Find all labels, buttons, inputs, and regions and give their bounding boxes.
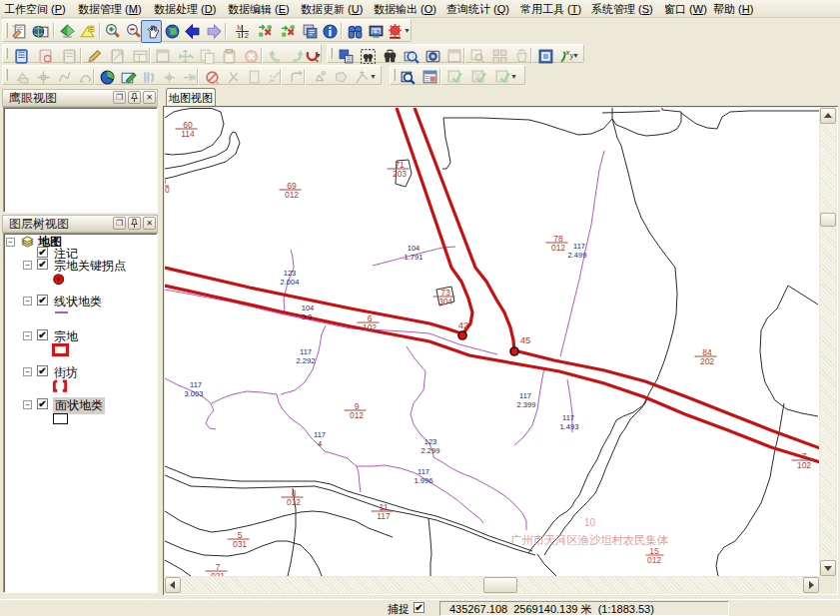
svg-text:42: 42 xyxy=(458,319,469,330)
svg-text:8: 8 xyxy=(292,488,297,498)
svg-text:1.996: 1.996 xyxy=(415,476,433,485)
svg-text:1.791: 1.791 xyxy=(405,253,423,262)
svg-text:78: 78 xyxy=(553,234,563,244)
svg-text:021: 021 xyxy=(211,571,225,576)
svg-text:2.299: 2.299 xyxy=(421,446,440,455)
svg-text:102: 102 xyxy=(797,460,811,470)
svg-text:012: 012 xyxy=(551,243,565,253)
svg-text:10: 10 xyxy=(584,517,596,528)
svg-text:2.399: 2.399 xyxy=(517,400,536,409)
svg-text:123: 123 xyxy=(284,269,297,278)
svg-text:104: 104 xyxy=(408,244,420,253)
svg-text:9: 9 xyxy=(355,401,360,411)
svg-text:4: 4 xyxy=(318,439,322,448)
svg-text:117: 117 xyxy=(300,347,312,356)
svg-text:7: 7 xyxy=(802,451,807,461)
svg-text:73: 73 xyxy=(440,288,450,298)
svg-text:2.499: 2.499 xyxy=(568,251,587,260)
svg-text:012: 012 xyxy=(285,190,299,200)
svg-text:60: 60 xyxy=(183,120,193,130)
svg-text:7: 7 xyxy=(216,562,221,572)
svg-text:3.003: 3.003 xyxy=(185,389,204,398)
svg-text:012: 012 xyxy=(350,410,364,420)
svg-text:10: 10 xyxy=(165,185,170,195)
svg-text:012: 012 xyxy=(287,497,301,507)
svg-text:117: 117 xyxy=(190,380,202,389)
svg-text:1.3: 1.3 xyxy=(372,29,379,35)
svg-text:69: 69 xyxy=(287,181,297,191)
svg-text:广州市天河区渔沙坦村农民集体: 广州市天河区渔沙坦村农民集体 xyxy=(510,533,669,546)
svg-text:15: 15 xyxy=(649,546,659,556)
svg-text:012: 012 xyxy=(647,555,661,565)
svg-text:6: 6 xyxy=(368,313,373,323)
svg-text:117: 117 xyxy=(377,511,391,521)
svg-text:1: 1 xyxy=(237,31,241,40)
svg-text:123: 123 xyxy=(424,437,437,446)
svg-text:031: 031 xyxy=(233,539,247,549)
svg-text:45: 45 xyxy=(520,334,531,345)
svg-text:117: 117 xyxy=(573,242,585,251)
svg-text:114: 114 xyxy=(181,129,195,139)
svg-text:117: 117 xyxy=(562,413,574,422)
svg-text:304: 304 xyxy=(438,297,452,307)
svg-text:117: 117 xyxy=(418,467,429,476)
svg-text:104: 104 xyxy=(302,304,315,312)
svg-text:11: 11 xyxy=(380,502,389,512)
svg-text:84: 84 xyxy=(702,347,712,357)
svg-text:5: 5 xyxy=(238,530,243,540)
svg-text:102: 102 xyxy=(363,322,377,332)
svg-text:203: 203 xyxy=(393,169,407,179)
svg-text:3.0: 3.0 xyxy=(302,312,312,321)
svg-text:202: 202 xyxy=(700,356,714,366)
svg-text:1.493: 1.493 xyxy=(560,422,579,431)
svg-text:2: 2 xyxy=(245,31,249,40)
svg-text:117: 117 xyxy=(314,430,326,439)
svg-text:117: 117 xyxy=(519,391,531,400)
svg-text:2.004: 2.004 xyxy=(281,278,300,287)
svg-text:71: 71 xyxy=(395,160,405,170)
svg-text:2.292: 2.292 xyxy=(297,356,316,365)
